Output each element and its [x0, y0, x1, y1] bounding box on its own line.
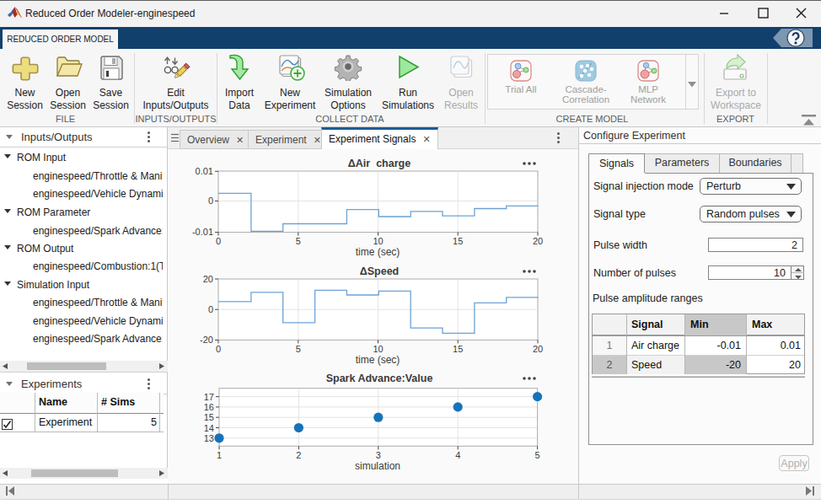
- svg-text:ΔAir charge: ΔAir charge: [348, 158, 410, 169]
- svg-text:-0.01: -0.01: [192, 227, 213, 237]
- svg-text:15: 15: [204, 412, 214, 422]
- svg-text:17: 17: [204, 392, 214, 402]
- svg-text:13: 13: [204, 433, 214, 443]
- svg-text:3: 3: [376, 450, 381, 460]
- svg-text:2: 2: [296, 450, 301, 460]
- svg-text:20: 20: [203, 274, 213, 284]
- svg-text:14: 14: [204, 423, 214, 433]
- svg-text:5: 5: [296, 344, 301, 354]
- svg-text:0: 0: [216, 344, 221, 354]
- svg-text:simulation: simulation: [355, 460, 400, 472]
- svg-text:15: 15: [453, 236, 463, 246]
- svg-text:4: 4: [455, 450, 460, 460]
- svg-text:1: 1: [217, 450, 222, 460]
- svg-text:5: 5: [296, 236, 301, 246]
- svg-text:20: 20: [533, 236, 543, 246]
- svg-text:time (sec): time (sec): [356, 354, 400, 366]
- svg-text:0: 0: [208, 304, 213, 314]
- svg-text:0: 0: [208, 196, 213, 206]
- svg-text:10: 10: [373, 236, 383, 246]
- svg-text:20: 20: [533, 344, 543, 354]
- svg-text:5: 5: [535, 450, 540, 460]
- svg-text:Spark Advance:Value: Spark Advance:Value: [326, 373, 433, 384]
- svg-text:10: 10: [373, 344, 383, 354]
- svg-text:15: 15: [453, 344, 463, 354]
- svg-text:16: 16: [204, 402, 214, 412]
- svg-text:ΔSpeed: ΔSpeed: [360, 265, 400, 277]
- svg-text:time (sec): time (sec): [356, 246, 400, 258]
- svg-text:0: 0: [216, 236, 221, 246]
- svg-text:-20: -20: [200, 335, 213, 345]
- svg-text:0.01: 0.01: [196, 166, 213, 176]
